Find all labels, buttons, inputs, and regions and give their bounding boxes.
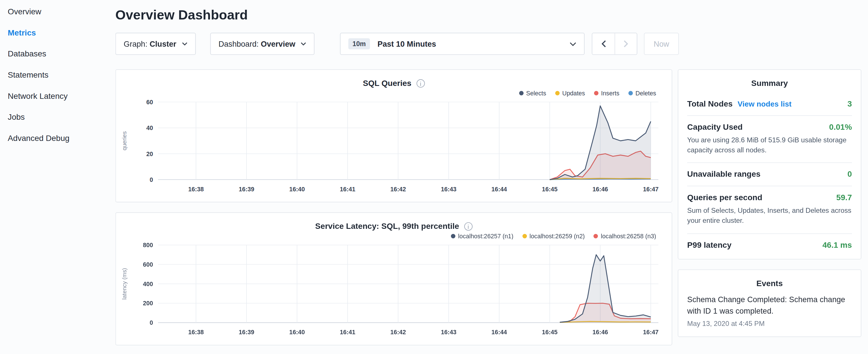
chart-title: SQL Queries [363,79,411,88]
chart-title-row: Service Latency: SQL, 99th percentile i [116,222,672,231]
svg-text:16:38: 16:38 [188,329,204,336]
svg-text:16:43: 16:43 [441,186,457,193]
svg-text:16:44: 16:44 [492,329,507,336]
chevron-down-icon [301,42,306,45]
legend-label: Selects [526,90,546,97]
svg-text:40: 40 [147,125,153,131]
sidebar-item-databases[interactable]: Databases [0,43,108,64]
legend-label: localhost:26258 (n3) [601,233,656,239]
summary-row-total-nodes: Total NodesView nodes list3 [687,93,852,116]
sql-queries-chart[interactable]: 020406016:3816:3916:4016:4116:4216:4316:… [119,98,672,198]
svg-text:200: 200 [143,300,153,307]
svg-text:16:47: 16:47 [643,329,658,336]
summary-row-p99-latency: P99 latency46.1 ms [687,234,852,256]
chevron-right-icon [624,40,628,47]
legend-item[interactable]: localhost:26258 (n3) [594,233,656,239]
sidebar-item-statements[interactable]: Statements [0,64,108,86]
legend-dot [594,91,598,95]
legend-item[interactable]: Selects [519,90,546,97]
events-body: Schema Change Completed: Schema change w… [678,292,861,336]
legend-dot [594,234,598,238]
summary-label: Capacity Used [687,123,743,131]
sidebar-item-advanced-debug[interactable]: Advanced Debug [0,127,108,149]
graph-scope-text: Graph: Cluster [124,39,177,48]
summary-body: Total NodesView nodes list3Capacity Used… [678,93,861,259]
charts-column: SQL Queries i SelectsUpdatesInsertsDelet… [116,69,672,354]
service-latency-chart[interactable]: 020040060080016:3816:3916:4016:4116:4216… [119,240,672,342]
right-column: Summary Total NodesView nodes list3Capac… [678,69,861,337]
svg-text:latency (ms): latency (ms) [121,268,127,300]
event-text: Schema Change Completed: Schema change w… [687,294,852,318]
legend-label: localhost:26259 (n2) [530,233,585,239]
event-timestamp: May 13, 2020 at 4:45 PM [687,320,852,328]
svg-text:400: 400 [143,281,153,288]
now-button[interactable]: Now [644,33,679,55]
svg-text:16:41: 16:41 [340,329,355,336]
svg-text:16:41: 16:41 [340,186,355,193]
summary-value: 59.7 [836,193,852,202]
summary-label: Unavailable ranges [687,170,761,179]
legend-dot [628,91,632,95]
summary-label: P99 latency [687,240,731,249]
dashboard-dropdown[interactable]: Dashboard: Overview [210,33,315,55]
summary-row-queries-per-second: Queries per second59.7Sum of Selects, Up… [687,187,852,234]
svg-text:600: 600 [143,261,153,268]
info-icon[interactable]: i [464,222,472,230]
chart-legend: localhost:26257 (n1)localhost:26259 (n2)… [116,233,656,239]
svg-text:16:39: 16:39 [239,329,254,336]
summary-row-unavailable-ranges: Unavailable ranges0 [687,163,852,187]
legend-item[interactable]: localhost:26259 (n2) [522,233,585,239]
chart-title-row: SQL Queries i [116,79,672,88]
legend-dot [555,91,559,95]
svg-text:16:40: 16:40 [289,329,305,336]
summary-description: You are using 28.6 MiB of 515.9 GiB usab… [687,135,852,155]
time-range-label: Past 10 Minutes [377,39,436,48]
legend-dot [522,234,527,238]
summary-title: Summary [678,70,861,93]
legend-item[interactable]: Updates [555,90,585,97]
svg-text:16:42: 16:42 [390,329,406,336]
svg-text:16:45: 16:45 [542,186,558,193]
time-nav-group [592,33,638,55]
sidebar: OverviewMetricsDatabasesStatementsNetwor… [0,0,108,354]
svg-text:16:40: 16:40 [289,186,305,193]
time-back-button[interactable] [593,33,615,55]
legend-label: Deletes [636,90,656,97]
chart-legend: SelectsUpdatesInsertsDeletes [116,90,656,97]
legend-dot [519,91,523,95]
svg-text:16:46: 16:46 [592,329,608,336]
svg-text:16:42: 16:42 [390,186,406,193]
svg-text:16:38: 16:38 [188,186,204,193]
events-title: Events [678,270,861,292]
summary-value: 46.1 ms [823,240,852,249]
graph-scope-dropdown[interactable]: Graph: Cluster [116,33,196,55]
main-content: Overview Dashboard Graph: Cluster Dashbo… [116,0,862,354]
svg-text:16:43: 16:43 [441,329,457,336]
time-range-badge: 10m [348,38,370,50]
legend-item[interactable]: localhost:26257 (n1) [451,233,513,239]
summary-label: Queries per second [687,193,762,202]
summary-value: 0.01% [829,123,852,131]
chart-title: Service Latency: SQL, 99th percentile [315,222,459,231]
controls-bar: Graph: Cluster Dashboard: Overview 10m P… [116,32,862,55]
app-root: OverviewMetricsDatabasesStatementsNetwor… [0,0,868,354]
svg-text:60: 60 [147,99,153,106]
svg-text:16:44: 16:44 [492,186,507,193]
sidebar-item-overview[interactable]: Overview [0,1,108,22]
chevron-down-icon [182,42,187,45]
summary-panel: Summary Total NodesView nodes list3Capac… [678,69,861,259]
legend-dot [451,234,455,238]
legend-item[interactable]: Inserts [594,90,619,97]
page-title: Overview Dashboard [116,7,862,23]
time-range-dropdown[interactable]: 10m Past 10 Minutes [340,33,585,55]
info-icon[interactable]: i [416,79,425,87]
sidebar-item-network-latency[interactable]: Network Latency [0,85,108,106]
view-nodes-list-link[interactable]: View nodes list [738,100,792,108]
svg-text:16:39: 16:39 [239,186,254,193]
legend-label: localhost:26257 (n1) [458,233,514,239]
sidebar-item-metrics[interactable]: Metrics [0,22,108,43]
summary-description: Sum of Selects, Updates, Inserts, and De… [687,206,852,226]
time-forward-button[interactable] [615,33,637,55]
sidebar-item-jobs[interactable]: Jobs [0,106,108,128]
legend-item[interactable]: Deletes [628,90,656,97]
